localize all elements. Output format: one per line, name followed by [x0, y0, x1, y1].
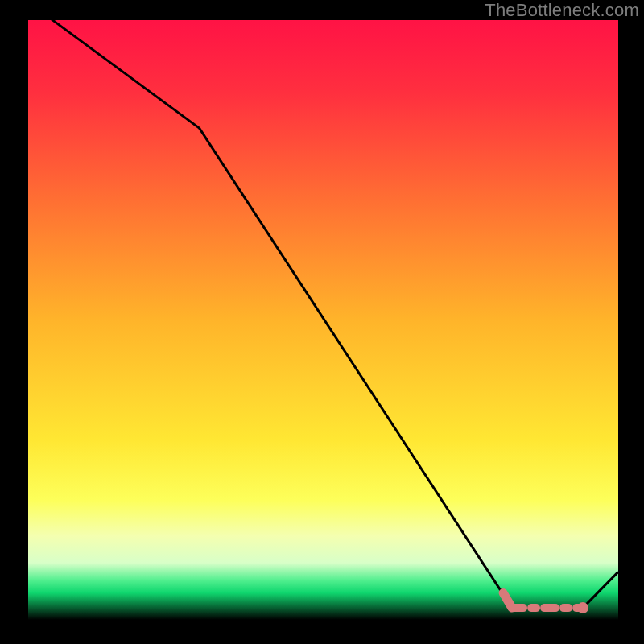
attribution-label: TheBottleneck.com — [485, 0, 639, 21]
bottleneck-chart — [0, 0, 644, 644]
highlight-end-dot — [577, 602, 588, 613]
chart-stage: TheBottleneck.com — [0, 0, 644, 644]
